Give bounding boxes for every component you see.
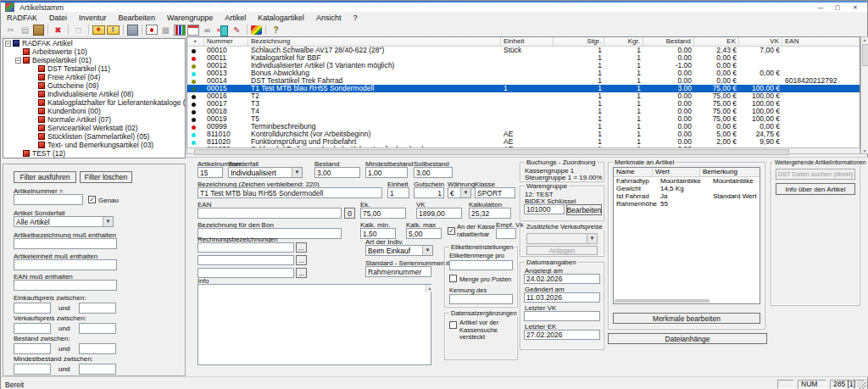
bearbeiten-button[interactable]: Bearbeiten bbox=[566, 204, 602, 215]
tree-item[interactable]: Individualisierte Artikel (08) bbox=[3, 90, 185, 98]
seriennummer-field[interactable] bbox=[365, 266, 431, 277]
maximize-button[interactable]: ▢ bbox=[830, 3, 845, 12]
table-row[interactable]: 811020 Funktionsprüfung und Probefahrt A… bbox=[187, 138, 860, 146]
merkmale-row[interactable]: Fahrradtyp Mountainbike Mountainbike bbox=[614, 177, 760, 185]
letzter-vk-field[interactable] bbox=[524, 311, 600, 321]
geaendert-field[interactable] bbox=[524, 292, 600, 303]
pen-icon[interactable]: ✎ bbox=[231, 25, 243, 36]
folder-import-icon[interactable]: ✚ bbox=[92, 25, 105, 35]
column-header-bezeichnung[interactable]: Bezeichnung bbox=[248, 37, 501, 46]
cut-icon[interactable]: ✂ bbox=[4, 25, 17, 36]
scrollbar-thumb[interactable] bbox=[194, 149, 789, 155]
expander-icon[interactable]: − bbox=[5, 41, 11, 47]
versteckt-checkbox[interactable] bbox=[449, 321, 457, 329]
filter-bezeichnung-input[interactable] bbox=[14, 238, 117, 249]
table-row[interactable]: 811010 Kontrolldurchsicht (vor Arbeitsbe… bbox=[187, 131, 860, 138]
info-textarea[interactable] bbox=[198, 284, 431, 365]
help-icon[interactable]: ? bbox=[270, 25, 282, 36]
menu-inventur[interactable]: Inventur bbox=[73, 14, 113, 22]
table-row[interactable]: 00010 Schlauch Schwalbe AV17 28/40-622 (… bbox=[187, 47, 860, 54]
bezeichnung-field[interactable] bbox=[198, 187, 382, 198]
etikettenmenge-field[interactable] bbox=[449, 260, 513, 270]
table-row[interactable]: 00017 T3 1 1 0.00 75,00 € 100,00 € bbox=[187, 100, 860, 108]
filter-range-from-input[interactable] bbox=[14, 343, 51, 354]
dateianhaenge-button[interactable]: Dateianhänge bbox=[608, 333, 767, 344]
angelegt-field[interactable] bbox=[524, 274, 600, 284]
tree-item[interactable]: − RADFAK Artikel bbox=[3, 39, 185, 47]
table-row[interactable]: 00011 Katalogartikel für BBF 1 1 0.00 0,… bbox=[187, 54, 860, 62]
menu-warengruppe[interactable]: Warengruppe bbox=[161, 14, 219, 22]
menu-ansicht[interactable]: Ansicht bbox=[310, 14, 348, 22]
table-row[interactable]: 00015 T1 Test MTB blau RH55 Sondermodell… bbox=[187, 85, 860, 92]
column-header-ean[interactable]: EAN bbox=[782, 37, 860, 46]
copy-icon[interactable]: ▤ bbox=[19, 25, 31, 36]
table-vertical-scrollbar[interactable]: ▲▼ bbox=[860, 36, 868, 154]
column-header-kgr[interactable]: Kgr. bbox=[604, 37, 643, 46]
artindiv-dropdown[interactable]: Beim Einkauf▼ bbox=[365, 245, 433, 256]
filter-clear-button[interactable]: Filter löschen bbox=[80, 171, 132, 183]
table-row[interactable]: 00019 T5 1 1 0.00 75,00 € 100,00 € bbox=[187, 115, 860, 123]
table-row[interactable]: 00016 T2 1 1 0.00 75,00 € 100,00 € bbox=[187, 92, 860, 100]
bestand-field[interactable] bbox=[314, 167, 360, 178]
column-header-stgr[interactable]: Stgr. bbox=[554, 37, 604, 46]
scrollbar-thumb[interactable] bbox=[862, 44, 868, 66]
menu-datei[interactable]: Datei bbox=[43, 14, 73, 22]
merkmale-horizontal-scrollbar[interactable] bbox=[615, 299, 709, 303]
menu-katalogartikel[interactable]: Katalogartikel bbox=[252, 14, 310, 22]
chevron-down-icon[interactable]: ▼ bbox=[422, 246, 432, 255]
merkmale-row[interactable]: Ist Fahrrad Ja Standard Wert bbox=[614, 192, 760, 200]
tree-item[interactable]: Normale Artikel (07) bbox=[3, 115, 185, 124]
artikel-info-button[interactable]: Info über den Artikel bbox=[776, 183, 855, 195]
rechnung1-field[interactable] bbox=[198, 242, 294, 253]
menu-bearbeiten[interactable]: Bearbeiten bbox=[113, 14, 162, 22]
label-x-icon[interactable]: ✕ bbox=[215, 25, 229, 36]
merkmale-header-name[interactable]: Name bbox=[614, 168, 653, 176]
kalkmax-field[interactable] bbox=[406, 228, 442, 239]
vk-field[interactable] bbox=[416, 208, 462, 219]
filter-artikelnummer-input[interactable] bbox=[14, 194, 83, 205]
merkmale-header-wert[interactable]: Wert bbox=[653, 168, 700, 176]
sonderetikett-field[interactable] bbox=[449, 294, 513, 304]
tree-item[interactable]: − Beispielartikel (01) bbox=[3, 56, 185, 64]
filter-genau-checkbox[interactable] bbox=[88, 196, 96, 203]
column-header-vk[interactable]: VK bbox=[739, 37, 782, 46]
merkmale-row[interactable]: Rahmenhöhe 55 bbox=[614, 200, 760, 208]
gutschein-field[interactable] bbox=[414, 187, 444, 198]
folder-export-icon[interactable]: ↥ bbox=[107, 25, 120, 35]
cash-icon[interactable] bbox=[146, 25, 158, 35]
paste-icon[interactable] bbox=[33, 25, 44, 36]
minimize-button[interactable]: — bbox=[813, 3, 828, 12]
rechnung2-field[interactable] bbox=[198, 255, 294, 265]
rechnung3-browse-button[interactable]: ... bbox=[296, 268, 307, 278]
tree-item[interactable]: Kundenboni (00) bbox=[3, 107, 185, 115]
column-header-ek[interactable]: EK bbox=[694, 37, 739, 46]
waehrung-dropdown[interactable]: €▼ bbox=[448, 187, 471, 198]
table-row[interactable]: 00012 Individualisierter Artikel (3 Vari… bbox=[187, 62, 860, 69]
sollbestand-field[interactable] bbox=[414, 167, 453, 178]
rechnung3-field[interactable] bbox=[198, 268, 294, 278]
titlebar[interactable]: Artikelstamm — ▢ ✕ bbox=[1, 3, 867, 12]
resize-grip[interactable] bbox=[857, 380, 866, 389]
table-icon[interactable]: ▦ bbox=[159, 25, 172, 36]
kalkulation-field[interactable] bbox=[469, 208, 511, 219]
tree-item[interactable]: Freie Artikel (04) bbox=[3, 73, 185, 81]
tree-item[interactable]: Text- und Bemerkungsartikel (03) bbox=[3, 141, 185, 149]
search-icon[interactable]: ∞ bbox=[201, 25, 214, 36]
filter-ean-input[interactable] bbox=[14, 280, 117, 291]
merkmale-bearbeiten-button[interactable]: Merkmale bearbeiten bbox=[613, 313, 760, 324]
tree-item[interactable]: Serviceartikel Werkstatt (02) bbox=[3, 124, 185, 132]
tree-item[interactable]: Katalogplatzhalter für Lieferantenkatalo… bbox=[3, 98, 185, 107]
filter-range-to-input[interactable] bbox=[79, 303, 116, 314]
table-row[interactable]: 00013 Bonus Abwicklung 1 1 0.00 0,00 € 0… bbox=[187, 69, 860, 77]
column-header-nummer[interactable]: Nummer bbox=[204, 37, 248, 46]
artikelnummer-field[interactable] bbox=[198, 167, 223, 178]
merkmale-row[interactable]: Gewicht 14,5 Kg bbox=[614, 185, 760, 192]
table-horizontal-scrollbar[interactable] bbox=[186, 147, 860, 154]
ean-zero-button[interactable]: 0 bbox=[344, 208, 355, 219]
rechnung1-browse-button[interactable]: ... bbox=[296, 242, 307, 253]
chevron-down-icon[interactable]: ▼ bbox=[292, 168, 302, 177]
chevron-down-icon[interactable]: ▼ bbox=[460, 188, 470, 197]
menu-radfak[interactable]: RADFAK bbox=[1, 14, 43, 22]
filter-sonderfall-dropdown[interactable]: Alle Artikel ▼ bbox=[14, 216, 114, 227]
expander-icon[interactable]: − bbox=[15, 58, 21, 64]
